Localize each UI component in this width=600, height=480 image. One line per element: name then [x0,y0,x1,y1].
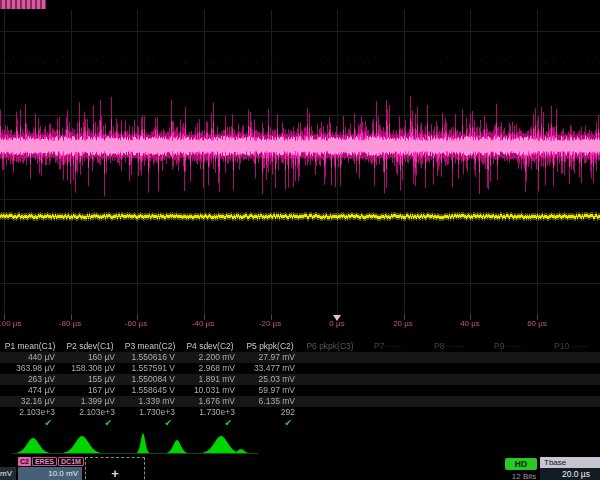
value-cell: 33.477 mV [240,363,300,374]
value-cell: 1.730e+3 [180,407,240,418]
param-header-p7[interactable]: P7 [360,341,420,352]
value-cell: 32.16 µV [0,396,60,407]
axis-tick-label: -40 µs [181,319,225,328]
param-header-p5[interactable]: P5 pkpk(C2) [240,341,300,352]
timebase-value[interactable]: 20.0 µs [540,468,600,480]
table-row-num: 2.103e+3 2.103e+3 1.730e+3 1.730e+3 292 [0,407,600,418]
param-header-p9[interactable]: P9 [480,341,540,352]
hd-mode-badge[interactable]: HD [505,458,537,470]
plus-icon: + [111,466,119,480]
table-row-min: 263 µV 155 µV 1.550084 V 1.891 mV 25.03 … [0,374,600,385]
axis-tick-label: 40 µs [448,319,492,328]
param-header-p8[interactable]: P8 [420,341,480,352]
table-row-status: ✔ ✔ ✔ ✔ ✔ [0,418,600,429]
c2-eres-badge: ERES [32,457,57,466]
c2-coupling-badge: DC1M [58,457,84,466]
status-check-icon: ✔ [120,418,180,429]
table-row-value: 440 µV 160 µV 1.550616 V 2.200 mV 27.97 … [0,352,600,363]
axis-tick-label: 20 µs [381,319,425,328]
table-row-max: 474 µV 167 µV 1.558645 V 10.031 mV 59.97… [0,385,600,396]
value-cell: 27.97 mV [240,352,300,363]
param-header-p3[interactable]: P3 mean(C2) [120,341,180,352]
status-check-icon: ✔ [60,418,120,429]
value-cell: 1.891 mV [180,374,240,385]
status-check-icon: ✔ [240,418,300,429]
param-header-p6[interactable]: P6 pkpk(C3) [300,341,360,352]
axis-tick-label: 60 µs [515,319,559,328]
value-cell: 1.558645 V [120,385,180,396]
value-cell: 1.550616 V [120,352,180,363]
value-cell: 1.557591 V [120,363,180,374]
param-header-p1[interactable]: P1 mean(C1) [0,341,60,352]
axis-tick-label: -80 µs [48,319,92,328]
value-cell: 1.676 mV [180,396,240,407]
trigger-position-marker[interactable] [333,315,341,321]
param-header-p10[interactable]: P10 [540,341,600,352]
value-cell: 263 µV [0,374,60,385]
param-header-p2[interactable]: P2 sdev(C1) [60,341,120,352]
axis-tick-label: -60 µs [114,319,158,328]
value-cell: 155 µV [60,374,120,385]
table-row-sdev: 32.16 µV 1.399 µV 1.339 mV 1.676 mV 6.13… [0,396,600,407]
value-cell: 1.399 µV [60,396,120,407]
value-cell: 2.968 mV [180,363,240,374]
status-check-icon: ✔ [180,418,240,429]
parameter-histicons [0,430,600,456]
value-cell: 10.031 mV [180,385,240,396]
c1-scale-value: 10.0 mV [0,467,16,480]
value-cell: 474 µV [0,385,60,396]
value-cell: 2.103e+3 [60,407,120,418]
axis-tick-label: -20 µs [248,319,292,328]
table-row-mean: 363.98 µV 158.308 µV 1.557591 V 2.968 mV… [0,363,600,374]
add-channel-button[interactable]: + [85,457,145,480]
value-cell: 1.550084 V [120,374,180,385]
value-cell: 1.730e+3 [120,407,180,418]
c2-label-badge: C2 [18,457,31,466]
axis-tick-label: -100 µs [0,319,30,328]
value-cell: 2.103e+3 [0,407,60,418]
status-check-icon: ✔ [0,418,60,429]
channel-descriptor-c1[interactable]: C1 DC1M 10.0 mV [0,456,16,480]
value-cell: 1.339 mV [120,396,180,407]
c2-scale-value: 10.0 mV [18,467,82,480]
value-cell: 6.135 mV [240,396,300,407]
param-header-p4[interactable]: P4 sdev(C2) [180,341,240,352]
value-cell: 363.98 µV [0,363,60,374]
trace-annotation-badge [0,0,46,9]
value-cell: 25.03 mV [240,374,300,385]
channel-descriptor-c2[interactable]: C2 ERES DC1M 10.0 mV [18,456,82,480]
value-cell: 2.200 mV [180,352,240,363]
value-cell: 59.97 mV [240,385,300,396]
value-cell: 440 µV [0,352,60,363]
value-cell: 158.308 µV [60,363,120,374]
measurement-header-row: P1 mean(C1) P2 sdev(C1) P3 mean(C2) P4 s… [0,341,600,352]
value-cell: 160 µV [60,352,120,363]
value-cell: 167 µV [60,385,120,396]
oscilloscope-screen: -100 µs -80 µs -60 µs -40 µs -20 µs 0 µs… [0,0,600,480]
timebase-descriptor[interactable]: Tbase [540,457,600,468]
value-cell: 292 [240,407,300,418]
waveform-graticule[interactable] [0,0,600,330]
hd-bits-label: 12 Bits [504,472,544,480]
